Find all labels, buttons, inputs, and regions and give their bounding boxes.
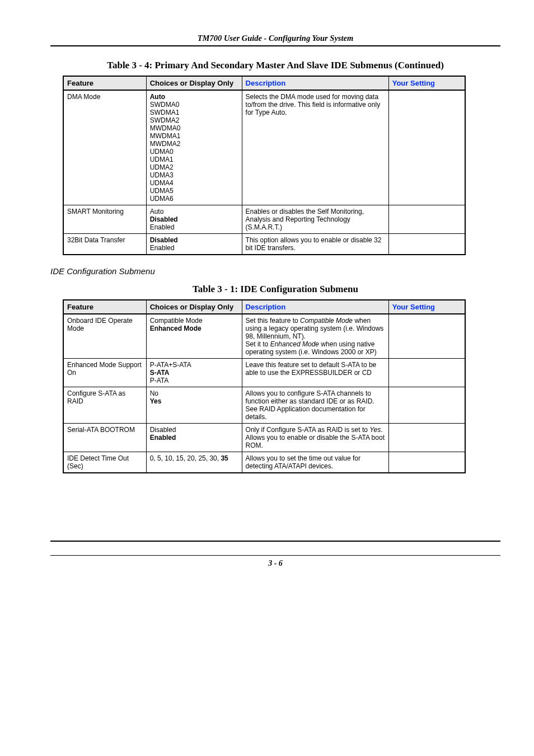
header-rule (50, 45, 500, 46)
col-feature: Feature (63, 76, 146, 90)
col-choices: Choices or Display Only (146, 300, 242, 314)
table-row: SMART MonitoringAutoDisabledEnabledEnabl… (63, 205, 465, 234)
cell-setting[interactable] (388, 205, 465, 234)
table-row: IDE Detect Time Out (Sec)0, 5, 10, 15, 2… (63, 452, 465, 473)
cell-choices: DisabledEnabled (146, 234, 242, 255)
cell-setting[interactable] (388, 452, 465, 473)
table-b: Feature Choices or Display Only Descript… (63, 299, 466, 473)
page-number: 3 - 6 (50, 559, 500, 568)
table-a-header-row: Feature Choices or Display Only Descript… (63, 76, 465, 90)
col-description: Description (242, 76, 388, 90)
cell-description: Selects the DMA mode used for moving dat… (242, 90, 388, 205)
table-row: DMA ModeAutoSWDMA0SWDMA1SWDMA2MWDMA0MWDM… (63, 90, 465, 205)
cell-setting[interactable] (388, 314, 465, 359)
cell-feature: Onboard IDE Operate Mode (63, 314, 146, 359)
cell-choices: AutoDisabledEnabled (146, 205, 242, 234)
col-setting: Your Setting (388, 300, 465, 314)
footer-rule-1 (50, 541, 500, 542)
table-row: Configure S-ATA as RAIDNoYesAllows you t… (63, 387, 465, 424)
page-header-title: TM700 User Guide - Configuring Your Syst… (50, 34, 500, 43)
table-a: Feature Choices or Display Only Descript… (63, 76, 466, 255)
table-b-caption: Table 3 - 1: IDE Configuration Submenu (50, 284, 500, 295)
cell-setting[interactable] (388, 359, 465, 387)
col-setting: Your Setting (388, 76, 465, 90)
cell-feature: Enhanced Mode Support On (63, 359, 146, 387)
page-footer: 3 - 6 (50, 541, 500, 568)
cell-choices: Compatible ModeEnhanced Mode (146, 314, 242, 359)
cell-feature: Serial-ATA BOOTROM (63, 424, 146, 452)
col-feature: Feature (63, 300, 146, 314)
cell-description: Leave this feature set to default S-ATA … (242, 359, 388, 387)
footer-rule-2 (50, 555, 500, 556)
table-row: Serial-ATA BOOTROMDisabledEnabledOnly if… (63, 424, 465, 452)
cell-setting[interactable] (388, 234, 465, 255)
col-choices: Choices or Display Only (146, 76, 242, 90)
cell-choices: P-ATA+S-ATAS-ATAP-ATA (146, 359, 242, 387)
cell-description: Allows you to configure S-ATA channels t… (242, 387, 388, 424)
table-row: Onboard IDE Operate ModeCompatible ModeE… (63, 314, 465, 359)
cell-description: Only if Configure S-ATA as RAID is set t… (242, 424, 388, 452)
cell-choices: AutoSWDMA0SWDMA1SWDMA2MWDMA0MWDMA1MWDMA2… (146, 90, 242, 205)
cell-feature: SMART Monitoring (63, 205, 146, 234)
cell-setting[interactable] (388, 90, 465, 205)
cell-description: Enables or disables the Self Monitoring,… (242, 205, 388, 234)
cell-choices: 0, 5, 10, 15, 20, 25, 30, 35 (146, 452, 242, 473)
cell-choices: DisabledEnabled (146, 424, 242, 452)
cell-setting[interactable] (388, 424, 465, 452)
table-b-header-row: Feature Choices or Display Only Descript… (63, 300, 465, 314)
cell-setting[interactable] (388, 387, 465, 424)
cell-feature: DMA Mode (63, 90, 146, 205)
cell-description: Set this feature to Compatible Mode when… (242, 314, 388, 359)
cell-description: This option allows you to enable or disa… (242, 234, 388, 255)
cell-choices: NoYes (146, 387, 242, 424)
col-description: Description (242, 300, 388, 314)
table-a-caption: Table 3 - 4: Primary And Secondary Maste… (50, 60, 500, 71)
table-row: Enhanced Mode Support OnP-ATA+S-ATAS-ATA… (63, 359, 465, 387)
cell-feature: IDE Detect Time Out (Sec) (63, 452, 146, 473)
cell-description: Allows you to set the time out value for… (242, 452, 388, 473)
table-row: 32Bit Data TransferDisabledEnabledThis o… (63, 234, 465, 255)
cell-feature: 32Bit Data Transfer (63, 234, 146, 255)
cell-feature: Configure S-ATA as RAID (63, 387, 146, 424)
section-b-heading: IDE Configuration Submenu (50, 266, 500, 276)
